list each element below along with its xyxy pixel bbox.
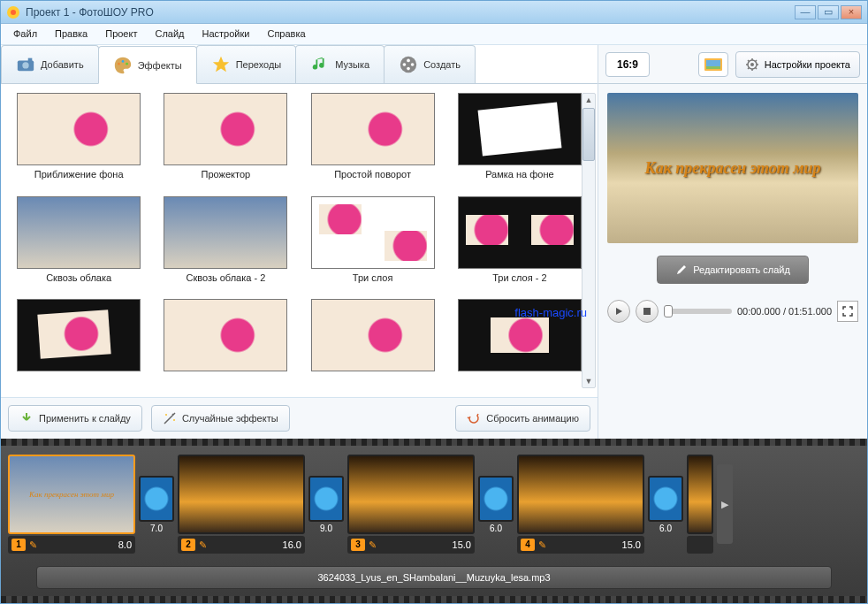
slide-number: 2 [181, 539, 195, 551]
effect-label: Три слоя [353, 272, 393, 283]
play-icon [614, 307, 623, 316]
aspect-ratio-button[interactable]: 16:9 [605, 52, 650, 77]
pencil-icon[interactable]: ✎ [538, 539, 546, 551]
app-window: Проект 1 - ФотоШОУ PRO — ▭ × Файл Правка… [0, 0, 868, 604]
transition-duration[interactable]: 6.0 [478, 524, 514, 533]
slide-number: 3 [351, 539, 365, 551]
effect-item[interactable] [447, 299, 592, 388]
slide-info-bar: 2 ✎ 16.0 [178, 536, 305, 554]
slide-info-bar: 1 ✎ 8.0 [8, 536, 135, 554]
audio-track[interactable]: 3624033_Lyus_en_SHambalani__Muzuyka_lesa… [36, 566, 832, 589]
apply-to-slide-button[interactable]: Применить к слайду [8, 405, 142, 432]
menu-slide[interactable]: Слайд [146, 24, 193, 44]
effect-thumb [458, 299, 582, 371]
fullscreen-button[interactable] [837, 301, 858, 322]
menu-file[interactable]: Файл [4, 24, 46, 44]
time-display: 00:00.000 / 01:51.000 [737, 306, 832, 317]
transition-duration[interactable]: 9.0 [308, 524, 344, 533]
tab-add[interactable]: Добавить [1, 45, 99, 83]
close-button[interactable]: × [841, 5, 862, 19]
timeline-scroll-right[interactable]: ▶ [717, 464, 733, 544]
play-button[interactable] [607, 300, 630, 323]
timeline-clips[interactable]: Как прекрасен этот мир 1 ✎ 8.0 7.0 2 ✎ 1… [1, 446, 867, 562]
effect-item[interactable] [153, 299, 298, 388]
slide-duration[interactable]: 8.0 [118, 539, 132, 550]
scroll-up-icon[interactable]: ▲ [582, 94, 595, 106]
pencil-icon[interactable]: ✎ [369, 539, 377, 551]
timeline-transition[interactable]: 7.0 [139, 476, 174, 533]
tab-music[interactable]: Музыка [295, 45, 385, 83]
filmstrip-bottom [1, 596, 867, 603]
menu-edit[interactable]: Правка [46, 24, 96, 44]
stop-button[interactable] [636, 300, 659, 323]
scroll-down-icon[interactable]: ▼ [582, 375, 595, 387]
effect-item[interactable]: Прожектор [153, 93, 298, 193]
effect-item[interactable]: Три слоя - 2 [447, 196, 592, 296]
slide-info-bar: 3 ✎ 15.0 [347, 536, 475, 554]
slide-duration[interactable]: 15.0 [622, 539, 641, 550]
tab-music-label: Музыка [335, 59, 369, 70]
timeline-slide[interactable]: Как прекрасен этот мир 1 ✎ 8.0 [8, 455, 135, 554]
tab-transitions[interactable]: Переходы [196, 45, 297, 83]
effect-item[interactable] [6, 299, 151, 388]
seek-bar[interactable] [664, 309, 732, 314]
timeline-slide[interactable]: 3 ✎ 15.0 [347, 455, 475, 554]
timeline-slide[interactable] [687, 455, 713, 554]
effect-item[interactable]: Приближение фона [6, 93, 151, 193]
maximize-button[interactable]: ▭ [818, 5, 839, 19]
pencil-icon[interactable]: ✎ [29, 539, 37, 551]
timeline-transition[interactable]: 6.0 [648, 476, 683, 533]
transition-duration[interactable]: 7.0 [139, 524, 174, 533]
left-panel: Добавить Эффекты Переходы Музыка Создать [1, 45, 598, 439]
svg-point-9 [407, 59, 410, 63]
timeline-slide[interactable]: 4 ✎ 15.0 [517, 455, 644, 554]
svg-point-6 [121, 60, 124, 63]
svg-rect-20 [643, 308, 651, 315]
effect-label: Три слоя - 2 [492, 272, 546, 283]
edit-slide-label: Редактировать слайд [693, 264, 790, 275]
orientation-button[interactable] [698, 52, 728, 77]
effect-label: Рамка на фоне [485, 169, 554, 180]
tab-effects[interactable]: Эффекты [98, 46, 197, 84]
timeline-transition[interactable]: 9.0 [308, 476, 344, 533]
effects-panel: Приближение фона Прожектор Простой повор… [1, 84, 598, 397]
edit-slide-button[interactable]: Редактировать слайд [657, 256, 809, 284]
titlebar[interactable]: Проект 1 - ФотоШОУ PRO — ▭ × [1, 1, 867, 24]
effect-label: Простой поворот [334, 169, 411, 180]
transition-duration[interactable]: 6.0 [648, 524, 683, 533]
project-settings-button[interactable]: Настройки проекта [735, 51, 860, 78]
effect-item[interactable]: Сквозь облака [6, 196, 151, 296]
menu-settings[interactable]: Настройки [194, 24, 259, 44]
menu-project[interactable]: Проект [96, 24, 146, 44]
right-toolbar: 16:9 Настройки проекта [598, 45, 867, 84]
slide-duration[interactable]: 16.0 [283, 539, 301, 550]
slide-number: 4 [521, 539, 535, 551]
random-effects-button[interactable]: Случайные эффекты [151, 405, 290, 432]
effect-label: Прожектор [202, 169, 251, 180]
star-icon [211, 55, 231, 74]
effect-item[interactable]: Три слоя [301, 196, 445, 296]
timeline-transition[interactable]: 6.0 [478, 476, 514, 533]
effect-item[interactable]: Простой поворот [301, 93, 445, 193]
menu-help[interactable]: Справка [258, 24, 314, 44]
timeline-slide[interactable]: 2 ✎ 16.0 [178, 455, 305, 554]
slide-number: 1 [11, 539, 26, 551]
project-settings-label: Настройки проекта [765, 59, 850, 70]
effect-label: Приближение фона [34, 169, 124, 180]
effect-thumb [311, 299, 435, 371]
scrollbar-vertical[interactable]: ▲ ▼ [582, 93, 596, 388]
pencil-icon[interactable]: ✎ [199, 539, 207, 551]
effect-item[interactable] [301, 299, 445, 388]
tab-create[interactable]: Создать [384, 45, 476, 83]
tab-add-label: Добавить [41, 59, 84, 70]
effect-item[interactable]: Рамка на фоне [447, 93, 592, 193]
reset-animation-button[interactable]: Сбросить анимацию [455, 405, 590, 432]
slide-duration[interactable]: 15.0 [453, 539, 471, 550]
preview-viewport[interactable]: Как прекрасен этот мир [607, 93, 858, 243]
minimize-button[interactable]: — [795, 5, 816, 19]
effect-item[interactable]: Сквозь облака - 2 [153, 196, 298, 296]
effect-label: Сквозь облака - 2 [186, 272, 265, 283]
seek-handle[interactable] [664, 305, 673, 317]
gear-icon [745, 57, 759, 72]
scroll-thumb[interactable] [582, 108, 595, 161]
